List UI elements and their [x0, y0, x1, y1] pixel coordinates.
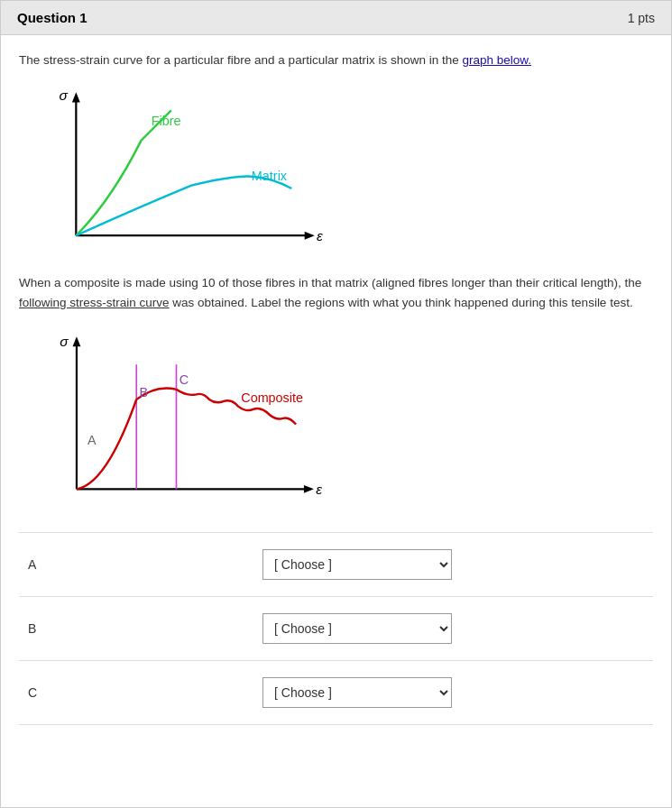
svg-text:B: B: [140, 385, 149, 399]
question-points: 1 pts: [628, 11, 655, 25]
desc-after: was obtained. Label the regions with wha…: [170, 296, 633, 309]
graph1-svg: σ ε Fibre Matrix: [28, 80, 335, 261]
content-area: The stress-strain curve for a particular…: [1, 35, 671, 741]
row-a: A [ Choose ]: [19, 533, 653, 597]
description-text: When a composite is made using 10 of tho…: [19, 273, 653, 312]
graph2-svg: σ ε A B C Composite: [28, 325, 335, 514]
svg-text:Composite: Composite: [241, 391, 303, 406]
question-header: Question 1 1 pts: [1, 1, 671, 35]
row-a-select[interactable]: [ Choose ]: [262, 549, 452, 580]
dropdown-section: A [ Choose ] B [ Choose ] C [ Choose ]: [19, 532, 653, 725]
row-c: C [ Choose ]: [19, 661, 653, 725]
row-c-select[interactable]: [ Choose ]: [262, 677, 452, 708]
graph1-container: σ ε Fibre Matrix: [28, 80, 335, 261]
svg-text:ε: ε: [317, 228, 324, 243]
desc-before: When a composite is made using 10 of tho…: [19, 276, 641, 289]
row-b: B [ Choose ]: [19, 597, 653, 661]
row-c-label: C: [28, 685, 64, 700]
row-b-select[interactable]: [ Choose ]: [262, 613, 452, 644]
svg-marker-3: [305, 232, 315, 240]
desc-underline: following stress-strain curve: [19, 296, 170, 309]
svg-text:ε: ε: [316, 482, 322, 497]
row-b-label: B: [28, 621, 64, 636]
svg-text:A: A: [87, 433, 97, 447]
graph-link[interactable]: graph below.: [462, 53, 531, 67]
svg-marker-11: [304, 485, 314, 493]
svg-text:σ: σ: [60, 335, 69, 350]
svg-marker-2: [72, 93, 80, 103]
graph2-container: σ ε A B C Composite: [28, 325, 335, 514]
question-card: Question 1 1 pts The stress-strain curve…: [0, 0, 672, 808]
svg-marker-10: [73, 337, 81, 347]
svg-text:Fibre: Fibre: [152, 114, 181, 128]
svg-text:Matrix: Matrix: [252, 169, 288, 183]
question-title: Question 1: [17, 10, 87, 25]
svg-text:C: C: [180, 373, 189, 388]
intro-before-link: The stress-strain curve for a particular…: [19, 53, 462, 67]
intro-text: The stress-strain curve for a particular…: [19, 51, 653, 69]
row-a-label: A: [28, 557, 64, 572]
svg-text:σ: σ: [59, 87, 68, 103]
